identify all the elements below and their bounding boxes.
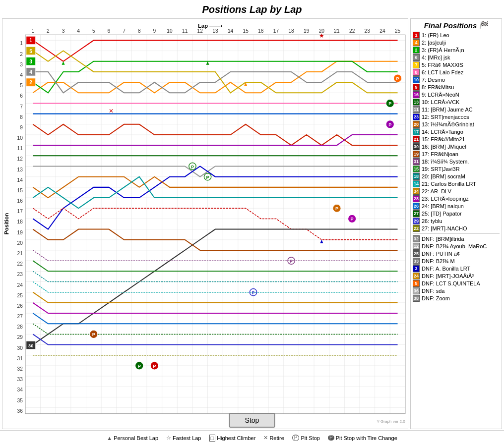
legend-item-label: 18: î¾Siî¾ System. xyxy=(422,159,469,165)
legend-color-box: 20 xyxy=(413,121,420,128)
legend-color-box: 1 xyxy=(413,32,420,39)
svg-text:20: 20 xyxy=(17,240,23,246)
legend-item-29: 25DNF: PUTIN ã¢ xyxy=(413,250,500,257)
legend-item-label: DNF: [BRM]iltrida xyxy=(422,236,464,242)
svg-text:14: 14 xyxy=(228,28,234,34)
legend-item-label: 17: FRã¢Njoan xyxy=(422,151,458,157)
svg-text:19: 19 xyxy=(17,230,23,235)
legend-item-label: 21: Carlos Bonilla LRT xyxy=(422,181,476,187)
legend-item-33: 5DNF: LCT S.QUINTELA xyxy=(413,280,500,287)
svg-text:5: 5 xyxy=(20,83,23,88)
svg-text:10: 10 xyxy=(17,135,23,141)
svg-text:1: 1 xyxy=(29,38,32,43)
chart-svg: Lap ——› Position ↓ 1 2 3 4 5 6 7 8 9 10 … xyxy=(2,19,408,429)
legend-item-34: 36DNF: sda xyxy=(413,287,500,294)
svg-text:11: 11 xyxy=(182,28,188,34)
legend-item-label: DNF: LCT S.QUINTELA xyxy=(422,280,480,286)
legend-item-22: 2823: LCRÂ»loopingz xyxy=(413,195,500,202)
legend-item-label: DNF: A. Bonilla LRT xyxy=(422,266,470,272)
legend-item-label: 25: [TD] Papator xyxy=(422,211,462,217)
legend-item-18: 1519: SRT|Javi3R xyxy=(413,166,500,172)
legend-item-31: 3DNF: A. Bonilla LRT xyxy=(413,265,500,272)
legend-item-label: DNF: B2î¾ M xyxy=(422,258,455,264)
legend-color-box: 9 xyxy=(413,84,420,91)
legend-item-23: 2624: [BRM] naiqun xyxy=(413,203,500,210)
legend-color-box: 28 xyxy=(413,195,420,202)
svg-text:7: 7 xyxy=(20,104,23,110)
svg-text:✕: ✕ xyxy=(109,108,114,114)
legend-item-label: 13: î½î¾mÃ©Grinblat xyxy=(422,121,474,127)
svg-text:12: 12 xyxy=(197,28,203,34)
svg-text:32: 32 xyxy=(17,366,23,372)
svg-text:P: P xyxy=(290,259,293,264)
svg-text:26: 26 xyxy=(17,303,23,309)
legend-item-8: 169: LCRÂ»NeoN xyxy=(413,91,500,98)
chart-title: Positions Lap by Lap xyxy=(0,0,504,17)
svg-text:36: 36 xyxy=(17,408,23,414)
legend-item-label: 27: [MRT]-NACHO xyxy=(422,225,467,231)
legend-item-label: DNF: [MRT]-JOAÂïÂ³ xyxy=(422,273,474,279)
legend-color-box: 13 xyxy=(413,99,420,106)
svg-text:P: P xyxy=(206,175,209,180)
svg-text:5: 5 xyxy=(29,49,32,54)
svg-text:P: P xyxy=(153,364,156,369)
svg-text:18: 18 xyxy=(17,220,23,225)
svg-text:24: 24 xyxy=(379,28,385,34)
legend-item-label: 11: [BRM] Jaume AC xyxy=(422,107,473,112)
legend-item-label: 22: AR_DLV xyxy=(422,188,451,194)
svg-text:9: 9 xyxy=(20,125,23,130)
svg-text:28: 28 xyxy=(17,324,23,330)
svg-text:24: 24 xyxy=(17,282,23,288)
legend-item-label: DNF: Zoom xyxy=(422,295,450,301)
legend-color-box: 30 xyxy=(413,143,420,150)
legend-item-7: 98: FRã¢Mitsu xyxy=(413,84,500,91)
svg-text:21: 21 xyxy=(17,251,23,256)
legend-item-label: DNF: PUTIN ã¢ xyxy=(422,251,460,257)
legend-item-label: 12: SRT|menjacocs xyxy=(422,114,469,120)
legend-item-30: 33DNF: B2î¾ M xyxy=(413,258,500,265)
svg-text:23: 23 xyxy=(17,272,23,277)
svg-text:★: ★ xyxy=(319,32,324,39)
svg-text:P: P xyxy=(388,122,391,127)
legend-item-27: 32DNF: [BRM]iltrida xyxy=(413,235,500,242)
legend-item-15: 3016: [BRM] JMiquel xyxy=(413,143,500,150)
svg-text:P: P xyxy=(351,217,354,222)
legend-color-box: 4 xyxy=(413,39,420,46)
legend-item-label: 3: (FR)Á HernÃ¡n xyxy=(422,47,464,53)
svg-text:13: 13 xyxy=(17,167,23,172)
legend-item-26: 2227: [MRT]-NACHO xyxy=(413,225,500,232)
svg-text:5: 5 xyxy=(92,28,95,34)
chart-area: Lap ——› Position ↓ 1 2 3 4 5 6 7 8 9 10 … xyxy=(2,18,408,429)
legend-item-0: 11: (FR) Leo xyxy=(413,32,500,39)
legend-item-label: DNF: sda xyxy=(422,288,444,294)
svg-text:17: 17 xyxy=(273,28,279,34)
svg-text:9: 9 xyxy=(153,28,156,34)
legend-item-label: 20: [BRM] socraM xyxy=(422,173,465,179)
legend-item-12: 2013: î½î¾mÃ©Grinblat xyxy=(413,121,500,128)
legend-color-box: 38 xyxy=(413,295,420,302)
svg-text:6: 6 xyxy=(20,93,23,99)
footer-highest-climber: □ Highest Climber xyxy=(209,435,256,442)
svg-text:4: 4 xyxy=(20,72,23,78)
legend-color-box: 8 xyxy=(413,69,420,76)
legend-color-box: 19 xyxy=(413,151,420,158)
svg-text:4: 4 xyxy=(77,28,80,34)
svg-text:15: 15 xyxy=(17,188,23,193)
legend-item-24: 2725: [TD] Papator xyxy=(413,210,500,217)
stop-button[interactable]: Stop xyxy=(229,413,275,428)
footer-pit-stop: P Pit Stop xyxy=(292,435,320,441)
legend-item-11: 2312: SRT|menjacocs xyxy=(413,113,500,120)
svg-text:2: 2 xyxy=(29,80,32,85)
legend-title-text: Final Positions xyxy=(424,21,477,30)
svg-text:P: P xyxy=(335,206,338,211)
svg-text:6: 6 xyxy=(108,28,111,34)
legend-item-3: 64: [MRc] jsk xyxy=(413,54,500,61)
legend-color-box: 36 xyxy=(413,287,420,294)
legend-color-box: 6 xyxy=(413,54,420,61)
legend-color-box: 12 xyxy=(413,243,420,250)
legend-color-box: 16 xyxy=(413,91,420,98)
svg-text:14: 14 xyxy=(17,177,23,183)
legend-color-box: 7 xyxy=(413,61,420,68)
legend-color-box: 17 xyxy=(413,128,420,135)
svg-text:31: 31 xyxy=(17,356,23,361)
